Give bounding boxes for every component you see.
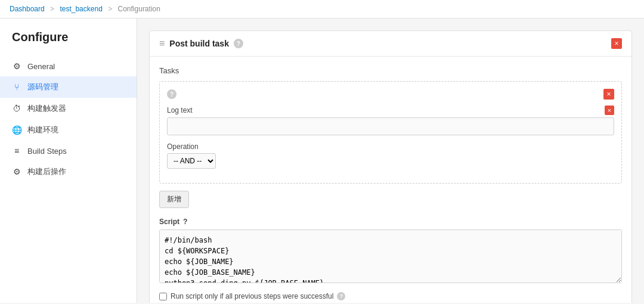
sep1: > [50,5,54,13]
task-box-header: ? × [167,89,614,100]
main-content: ≡ Post build task ? × Tasks ? × Log text [137,18,644,303]
script-textarea[interactable]: #!/bin/bash cd ${WORKSPACE} echo ${JOB_N… [159,229,622,283]
script-help-icon[interactable]: ? [183,218,187,226]
checkbox1-input[interactable] [159,293,167,300]
checkbox1-group: Run script only if all previous steps we… [159,292,622,300]
panel-header-left: ≡ Post build task ? [159,38,243,49]
clock-icon: ⏱ [12,104,21,113]
log-text-input[interactable] [167,117,614,135]
gear-icon: ⚙ [12,61,21,71]
breadcrumb-page: Configuration [118,5,160,13]
script-label-row: Script ? [159,218,622,226]
operation-label: Operation [167,142,199,151]
panel-body: Tasks ? × Log text × [150,57,631,303]
checkbox1-label: Run script only if all previous steps we… [171,292,333,300]
task-box: ? × Log text × Operation [159,81,622,184]
script-label: Script [159,218,179,226]
sidebar-item-source[interactable]: ⑂ 源码管理 [0,76,137,98]
sidebar-item-triggers[interactable]: ⏱ 构建触发器 [0,98,137,119]
log-text-close-button[interactable]: × [605,106,614,115]
post-build-icon: ⚙ [12,167,21,176]
operation-select[interactable]: -- AND -- -- OR -- [167,153,216,169]
drag-icon: ≡ [159,38,165,49]
breadcrumb-dashboard[interactable]: Dashboard [10,5,45,13]
add-task-button[interactable]: 新增 [159,191,189,208]
configure-title: Configure [0,30,137,56]
sidebar: Configure ⚙ General ⑂ 源码管理 ⏱ 构建触发器 🌐 构建环… [0,18,137,303]
log-text-label: Log text [167,106,193,114]
sep2: > [108,5,112,13]
sidebar-item-post-build[interactable]: ⚙ 构建后操作 [0,161,137,182]
task-close-button[interactable]: × [603,89,614,100]
tasks-label: Tasks [159,66,622,75]
panel-header: ≡ Post build task ? × [150,31,631,57]
breadcrumb-project[interactable]: test_backend [60,5,102,13]
log-text-label-row: Log text × [167,106,614,115]
checkbox1-help-icon[interactable]: ? [337,292,345,300]
task-help-icon[interactable]: ? [167,89,177,99]
panel-title: Post build task [169,39,229,48]
operation-label-row: Operation [167,142,614,151]
sidebar-item-label: General [27,62,55,71]
globe-icon: 🌐 [12,125,21,135]
operation-group: Operation -- AND -- -- OR -- [167,142,614,169]
sidebar-item-label: 构建触发器 [27,103,66,114]
list-icon: ≡ [12,146,21,156]
sidebar-item-label: Build Steps [27,147,67,156]
log-text-group: Log text × [167,106,614,135]
script-section: Script ? #!/bin/bash cd ${WORKSPACE} ech… [159,218,622,285]
sidebar-item-build-steps[interactable]: ≡ Build Steps [0,141,137,161]
sidebar-item-general[interactable]: ⚙ General [0,56,137,76]
sidebar-item-label: 源码管理 [27,82,58,92]
top-bar: Dashboard > test_backend > Configuration [0,0,644,18]
panel-help-icon[interactable]: ? [234,39,243,48]
panel-close-button[interactable]: × [611,38,622,49]
source-icon: ⑂ [12,82,21,92]
sidebar-item-env[interactable]: 🌐 构建环境 [0,119,137,141]
sidebar-item-label: 构建后操作 [27,166,66,177]
post-build-panel: ≡ Post build task ? × Tasks ? × Log text [149,30,632,303]
sidebar-item-label: 构建环境 [27,125,58,135]
